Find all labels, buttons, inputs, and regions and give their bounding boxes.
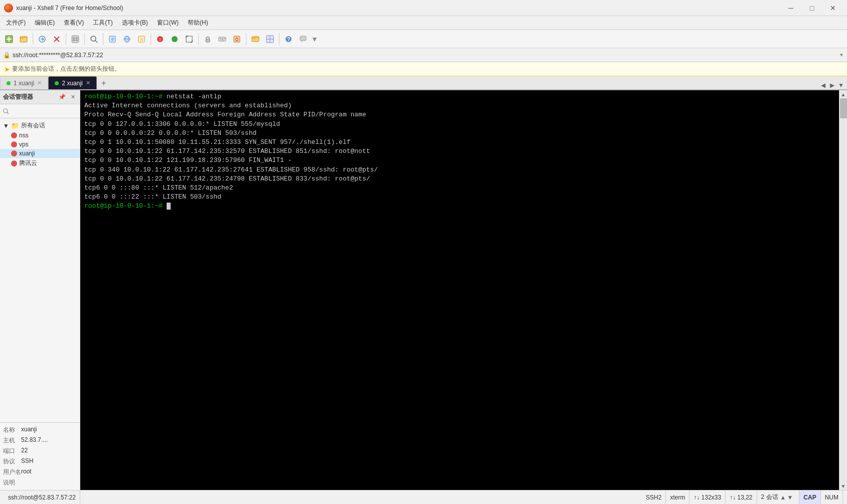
globe-button[interactable]	[120, 32, 134, 46]
lock-button[interactable]	[201, 32, 215, 46]
svg-text:?: ?	[287, 37, 290, 42]
terminal-output-3: tcp 0 0 0.0.0.0:22 0.0.0.0:* LISTEN 503/…	[84, 129, 256, 137]
tab-1-dot	[7, 81, 11, 85]
chat-button[interactable]	[296, 32, 310, 46]
terminal-output-0: Active Internet connections (servers and…	[84, 102, 292, 109]
toolbar-separator-3	[84, 33, 85, 45]
terminal[interactable]: root@ip-10-0-10-1:~# netstat -antlp Acti…	[80, 90, 839, 490]
tab-2[interactable]: 2 xuanji ✕	[48, 76, 96, 89]
red-button[interactable]: !	[153, 32, 167, 46]
toolbar-separator-1	[33, 33, 33, 45]
status-num-text: NUM	[825, 494, 838, 501]
transfer-button[interactable]	[230, 32, 244, 46]
tab-prev-button[interactable]: ◀	[819, 81, 827, 89]
title-bar: xuanji - Xshell 7 (Free for Home/School)…	[0, 0, 847, 16]
sidebar-pin-button[interactable]: 📌	[57, 93, 67, 101]
add-session-arrow-icon: ➤	[4, 65, 10, 73]
menu-file[interactable]: 文件(F)	[2, 18, 30, 28]
status-cap: CAP	[799, 490, 820, 504]
svg-rect-27	[220, 38, 221, 39]
text-button[interactable]: A	[134, 32, 149, 46]
info-value-host: 52.83.7....	[21, 436, 48, 445]
info-row-name: 名称 xuanji	[0, 425, 80, 435]
sidebar-item-xuanji[interactable]: xuanji	[0, 149, 80, 158]
sidebar-folder-label: 所有会话	[21, 121, 45, 130]
keyboard-button[interactable]	[215, 32, 229, 46]
svg-rect-30	[221, 40, 224, 40]
address-dropdown[interactable]: ▼	[839, 52, 844, 58]
tab-1[interactable]: 1 xuanji ✕	[0, 76, 48, 89]
settings1-button[interactable]: ⚙	[105, 32, 119, 46]
status-down-arrow[interactable]: ▼	[787, 494, 793, 501]
address-bar: 🔒 ssh://root:*********@52.83.7.57:22 ▼	[0, 48, 847, 62]
sidebar-item-tencentcloud[interactable]: 腾讯云	[0, 158, 80, 169]
status-bar: ssh://root@52.83.7.57:22 SSH2 xterm ↑↓ 1…	[0, 490, 847, 504]
menu-tab[interactable]: 选项卡(B)	[118, 18, 152, 28]
disconnect-button[interactable]	[50, 32, 64, 46]
folder-collapse-icon: ▼	[3, 122, 9, 129]
info-label-port: 端口	[3, 447, 21, 455]
zoom-button[interactable]	[87, 32, 101, 46]
info-row-comment: 说明	[0, 477, 80, 488]
session-icon-tencentcloud	[11, 160, 17, 166]
toolbar-separator-7	[246, 33, 246, 45]
sidebar-item-label-xuanji: xuanji	[19, 150, 35, 157]
expand-button[interactable]	[182, 32, 196, 46]
tab-next-button[interactable]: ▶	[828, 81, 836, 89]
help-button[interactable]: ?	[281, 32, 296, 46]
minimize-button[interactable]: ─	[781, 1, 801, 15]
tab-1-close[interactable]: ✕	[37, 80, 42, 86]
file-manager-button[interactable]	[248, 32, 262, 46]
config-button[interactable]	[68, 32, 82, 46]
sidebar-close-button[interactable]: ✕	[69, 93, 77, 101]
info-value-username: root	[21, 468, 32, 476]
maximize-button[interactable]: □	[802, 1, 822, 15]
toolbar-separator-8	[279, 33, 279, 45]
status-size: ↑↓ 132x33	[689, 490, 726, 504]
sidebar-header: 会话管理器 📌 ✕	[0, 90, 80, 104]
add-tab-button[interactable]: +	[98, 77, 110, 89]
toolbar-separator-4	[103, 33, 103, 45]
add-session-bar: ➤ 要添加当前会话，点击左侧的箭头按钮。	[0, 62, 847, 76]
status-sessions-text: 2 会话	[761, 493, 778, 501]
sidebar-item-vps[interactable]: vps	[0, 140, 80, 149]
svg-rect-25	[206, 39, 210, 42]
svg-point-23	[172, 36, 178, 42]
session-icon-vps	[11, 141, 17, 147]
close-button[interactable]: ✕	[823, 1, 843, 15]
toolbar: ⚙ A ! ? ▼	[0, 30, 847, 48]
status-session-arrows: ▲ ▼	[778, 494, 795, 501]
menu-view[interactable]: 查看(V)	[60, 18, 88, 28]
tab-menu-button[interactable]: ▼	[837, 81, 845, 89]
connect-button[interactable]	[35, 32, 49, 46]
green-button[interactable]	[168, 32, 182, 46]
layout-button[interactable]	[263, 32, 277, 46]
menu-tools[interactable]: 工具(T)	[89, 18, 116, 28]
status-up-arrow[interactable]: ▲	[780, 494, 786, 501]
open-button[interactable]	[17, 32, 31, 46]
window-title: xuanji - Xshell 7 (Free for Home/School)	[16, 5, 781, 12]
window-controls: ─ □ ✕	[781, 1, 843, 15]
new-session-button[interactable]	[2, 32, 16, 46]
sidebar-folder-all[interactable]: ▼ 📁 所有会话	[0, 120, 80, 131]
tab-2-close[interactable]: ✕	[86, 80, 90, 86]
toolbar-separator-6	[198, 33, 199, 45]
menu-window[interactable]: 窗口(W)	[153, 18, 183, 28]
scroll-thumb[interactable]	[840, 98, 847, 118]
svg-point-39	[4, 109, 8, 113]
scroll-up-arrow[interactable]: ▲	[839, 90, 848, 98]
status-connection-text: ssh://root@52.83.7.57:22	[8, 494, 76, 501]
sidebar-item-label-nss: nss	[19, 132, 29, 139]
terminal-output-2: tcp 0 0 127.0.0.1:3306 0.0.0.0:* LISTEN …	[84, 120, 280, 128]
scroll-down-arrow[interactable]: ▼	[839, 482, 848, 490]
session-icon-xuanji	[11, 150, 17, 156]
menu-edit[interactable]: 编辑(E)	[31, 18, 59, 28]
scroll-track[interactable]	[839, 98, 847, 482]
info-row-username: 用户名 root	[0, 467, 80, 477]
menu-help[interactable]: 帮助(H)	[184, 18, 212, 28]
svg-rect-11	[76, 40, 78, 41]
toolbar-expand-arrow[interactable]: ▼	[311, 32, 319, 46]
tab-2-dot	[55, 81, 59, 85]
sidebar-item-nss[interactable]: nss	[0, 131, 80, 140]
lock-icon: 🔒	[3, 52, 11, 59]
